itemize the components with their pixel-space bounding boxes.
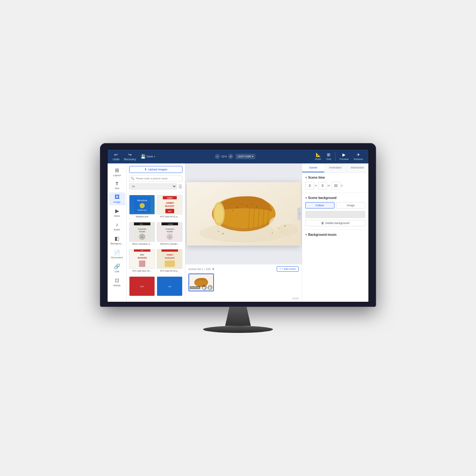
sidebar-item-layout[interactable]: ⊞ Layout	[109, 165, 125, 179]
image-item-womens[interactable]: ← WOMEN CHANGING ROOMS 2 Womens changin.…	[157, 222, 182, 248]
sidebar-item-document[interactable]: 📄 Document	[109, 248, 125, 261]
delete-bg-label: Delete background	[325, 221, 349, 225]
filter-select[interactable]: All	[129, 183, 177, 189]
svg-point-49	[237, 207, 238, 208]
save-dropdown-icon: ▾	[154, 155, 155, 158]
image-thumb-mens: MEN → CHANGING ROOMS 5	[129, 222, 155, 242]
sidebar-item-image[interactable]: 🖼 Image	[109, 192, 125, 205]
save-label: Save	[147, 155, 153, 158]
scene-bg-toggle[interactable]: ▾	[305, 196, 307, 200]
search-input[interactable]	[129, 175, 182, 182]
recovery-button[interactable]: ↪ Recovery	[122, 151, 138, 162]
sidebar-item-text[interactable]: T Text	[109, 179, 125, 192]
tab-animation[interactable]: Animation	[324, 163, 347, 172]
svg-text:← WOMEN: ← WOMEN	[166, 223, 173, 225]
scene-delete-button[interactable]: 🗑	[208, 285, 213, 290]
image-thumb-shakes: KFC KFC SHAKES	[129, 249, 155, 269]
image-item-red1[interactable]: KFC	[129, 276, 155, 300]
upload-label: Upload Images	[148, 168, 168, 171]
save-button[interactable]: 💾 Save ▾	[139, 153, 157, 160]
bg-music-title: ▾ Background music	[305, 233, 365, 236]
preview-label: Preview	[340, 158, 348, 161]
delete-background-button[interactable]: 🗑 Delete background	[305, 220, 365, 226]
sidebar-item-audio[interactable]: ♪ Audio	[109, 220, 125, 233]
sidebar-label-background: Backgrou...	[110, 242, 123, 245]
panel-collapse-handle[interactable]: ‹	[297, 208, 302, 220]
recovery-icon: ↪	[128, 152, 132, 157]
sidebar-item-background[interactable]: ◧ Backgrou...	[109, 234, 125, 247]
document-icon: 📄	[114, 249, 120, 255]
scene-play-button[interactable]: ▶	[202, 285, 207, 290]
topbar-divider	[335, 152, 335, 161]
right-panel: Scene Animation Interaction	[302, 163, 368, 302]
svg-text:KFC: KFC	[140, 254, 144, 256]
svg-point-53	[232, 210, 233, 211]
time-h-input[interactable]	[305, 182, 314, 189]
ruler-button[interactable]: 📐 Ruler	[313, 151, 323, 162]
application: ↩ Undo ↪ Recovery 💾 Save ▾	[108, 149, 368, 302]
media-icon: ⊡	[115, 277, 119, 283]
scene-timeline: Scene list 1 / 100 ▾ + + Add scene	[185, 264, 302, 302]
image-name-mens: Mens changing ro...	[129, 243, 155, 245]
release-label: Release	[354, 158, 363, 161]
svg-text:KFC: KFC	[168, 210, 171, 212]
svg-point-50	[241, 204, 242, 205]
filter-menu-button[interactable]: ☰	[178, 184, 182, 189]
scene-thumb-controls: 00:00:20 ▶ 🗑	[188, 285, 214, 290]
zoom-in-button[interactable]: +	[228, 154, 233, 159]
bg-tab-colour[interactable]: Colour	[305, 202, 334, 208]
canvas-workspace[interactable]: ‹	[185, 163, 302, 264]
scene-time-toggle[interactable]: ▾	[305, 176, 307, 179]
sidebar-item-link[interactable]: 🔗 Link	[109, 261, 125, 275]
preview-button[interactable]: ▶ Preview	[337, 151, 351, 162]
bg-color-picker[interactable]	[305, 211, 365, 218]
left-sidebar: ⊞ Layout T Text 🖼 Image ▶	[108, 163, 127, 302]
topbar-left: ↩ Undo ↪ Recovery 💾 Save ▾	[111, 151, 157, 162]
tab-interaction[interactable]: Interaction	[346, 163, 368, 172]
undo-button[interactable]: ↩ Undo	[111, 151, 122, 162]
zoom-out-button[interactable]: −	[215, 154, 220, 159]
release-button[interactable]: ✈ Release	[352, 151, 365, 162]
time-m-input[interactable]	[318, 182, 327, 189]
svg-text:CHANGING: CHANGING	[138, 228, 146, 230]
sidebar-item-video[interactable]: ▶ Video	[109, 206, 125, 219]
sidebar-label-image: Image	[113, 201, 120, 203]
add-scene-button[interactable]: + + Add scene	[277, 266, 299, 272]
resolution-select[interactable]: 1920*1080 ▾	[236, 154, 255, 159]
scene-item-1[interactable]: 00:00:20 ▶ 🗑	[188, 274, 214, 291]
sidebar-label-audio: Audio	[114, 228, 120, 231]
search-wrap: 🔍	[129, 175, 182, 182]
image-item-kfc1[interactable]: JUMBO JUMBO BUCKET KFC KFC Add-04-01.p..…	[157, 195, 182, 220]
audio-icon: ♪	[116, 222, 118, 228]
tab-scene[interactable]: Scene	[302, 163, 324, 172]
topbar-center: − 31% + 1920*1080 ▾	[158, 154, 312, 159]
svg-point-57	[218, 231, 219, 232]
grid-button[interactable]: ⊞ Grid	[324, 151, 333, 162]
image-name-shakes: KFC Add New Sh...	[129, 270, 155, 272]
svg-point-61	[272, 232, 273, 233]
scene-scroll: 00:00:20 ▶ 🗑	[188, 274, 299, 296]
sidebar-item-media[interactable]: ⊡ Media	[109, 275, 125, 289]
time-s-input[interactable]	[331, 182, 340, 189]
upload-images-button[interactable]: ⬆ Upload Images	[129, 166, 182, 173]
image-item-weather[interactable]: Barcelona Weather App Weather.png	[129, 195, 155, 220]
svg-text:KFC: KFC	[141, 250, 143, 251]
image-item-mens[interactable]: MEN → CHANGING ROOMS 5 Mens changing ro.…	[129, 222, 155, 248]
delete-bg-icon: 🗑	[321, 221, 324, 225]
sidebar-label-layout: Layout	[113, 174, 121, 177]
svg-text:CHANGING: CHANGING	[165, 228, 174, 230]
image-item-shakes[interactable]: KFC KFC SHAKES KFC Add New Sh...	[129, 249, 155, 274]
image-item-kfc3[interactable]: JUMBO BURGERS KFC Add-04-03.p...	[157, 249, 182, 274]
bg-tab-image[interactable]: Image	[336, 202, 366, 208]
image-icon: 🖼	[115, 194, 120, 200]
image-item-blue1[interactable]: AD	[157, 276, 182, 300]
svg-text:Weather App: Weather App	[137, 209, 147, 211]
svg-point-54	[256, 206, 257, 208]
save-icon: 💾	[141, 154, 146, 159]
svg-text:ROOMS: ROOMS	[167, 231, 173, 233]
image-thumb-red1: KFC	[129, 276, 155, 296]
canvas-preview	[187, 182, 301, 246]
scene-thumb-img-1: 00:00:20 ▶ 🗑	[188, 274, 214, 291]
bg-music-toggle[interactable]: ▾	[305, 233, 307, 236]
zoom-percent: 31%	[221, 155, 227, 158]
